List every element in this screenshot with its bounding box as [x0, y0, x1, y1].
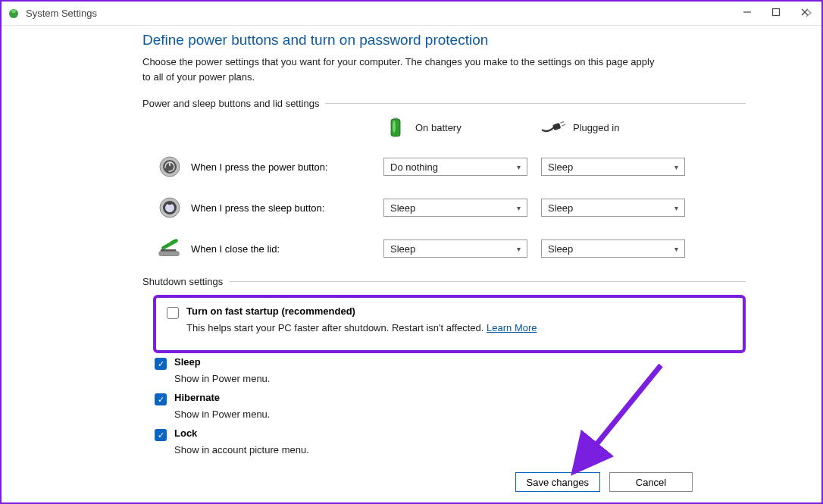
forward-chevron-icon: [805, 8, 812, 20]
column-plugged-in: Plugged in: [541, 117, 685, 138]
titlebar: System Settings: [2, 2, 821, 26]
sleep-button-icon: [158, 196, 182, 220]
row-sleep-button-label: When I press the sleep button:: [158, 196, 370, 220]
chevron-down-icon: ▾: [674, 204, 678, 212]
lid-battery-select[interactable]: Sleep ▾: [383, 239, 527, 258]
fast-startup-label: Turn on fast startup (recommended): [186, 305, 355, 317]
sleep-button-plugged-select[interactable]: Sleep ▾: [541, 199, 685, 217]
app-icon: [8, 8, 20, 20]
cancel-button[interactable]: Cancel: [609, 472, 693, 492]
power-grid: On battery Plugged in: [158, 117, 746, 261]
hibernate-label: Hibernate: [174, 392, 220, 403]
maximize-button[interactable]: [771, 8, 781, 19]
window-controls: [743, 8, 809, 19]
chevron-down-icon: ▾: [674, 163, 678, 171]
power-button-icon: [158, 155, 182, 179]
sleep-checkbox[interactable]: [155, 358, 167, 370]
column-on-battery: On battery: [383, 117, 527, 138]
battery-icon: [383, 117, 408, 138]
row-lid-label: When I close the lid:: [158, 236, 370, 261]
lock-label: Lock: [174, 427, 197, 439]
fast-startup-highlight: Turn on fast startup (recommended) This …: [153, 295, 746, 353]
laptop-lid-icon: [158, 236, 182, 261]
sleep-desc: Show in Power menu.: [174, 373, 746, 384]
section-shutdown: Shutdown settings: [142, 276, 746, 287]
section-buttons-lid: Power and sleep buttons and lid settings: [142, 98, 746, 109]
svg-rect-2: [773, 9, 780, 16]
chevron-down-icon: ▾: [517, 204, 521, 212]
hibernate-desc: Show in Power menu.: [174, 409, 746, 420]
window-title: System Settings: [26, 8, 97, 19]
svg-line-11: [562, 124, 565, 126]
learn-more-link[interactable]: Learn More: [487, 322, 537, 333]
fast-startup-desc: This helps start your PC faster after sh…: [186, 322, 732, 333]
svg-rect-6: [391, 119, 400, 136]
page-title: Define power buttons and turn on passwor…: [142, 32, 746, 49]
sleep-label: Sleep: [174, 356, 201, 368]
minimize-button[interactable]: [743, 8, 752, 19]
footer-buttons: Save changes Cancel: [515, 472, 693, 492]
lock-checkbox[interactable]: [155, 429, 167, 441]
svg-rect-9: [552, 123, 561, 130]
fast-startup-checkbox[interactable]: [167, 307, 179, 319]
power-button-plugged-select[interactable]: Sleep ▾: [541, 158, 685, 176]
content-area: Define power buttons and turn on passwor…: [2, 26, 821, 455]
chevron-down-icon: ▾: [674, 245, 678, 253]
svg-rect-20: [161, 249, 177, 252]
lid-plugged-select[interactable]: Sleep ▾: [541, 239, 685, 258]
svg-rect-21: [159, 252, 179, 256]
sleep-button-battery-select[interactable]: Sleep ▾: [383, 199, 527, 217]
svg-line-10: [560, 121, 564, 123]
chevron-down-icon: ▾: [517, 163, 521, 171]
shutdown-settings-list: Turn on fast startup (recommended) This …: [155, 295, 746, 455]
row-power-button-label: When I press the power button:: [158, 155, 370, 179]
power-button-battery-select[interactable]: Do nothing ▾: [383, 158, 527, 176]
save-changes-button[interactable]: Save changes: [515, 472, 600, 492]
hibernate-checkbox[interactable]: [155, 393, 167, 405]
page-description: Choose the power settings that you want …: [142, 55, 658, 84]
lock-desc: Show in account picture menu.: [174, 444, 746, 455]
plug-icon: [541, 117, 565, 138]
chevron-down-icon: ▾: [517, 245, 521, 253]
svg-point-8: [393, 121, 396, 133]
